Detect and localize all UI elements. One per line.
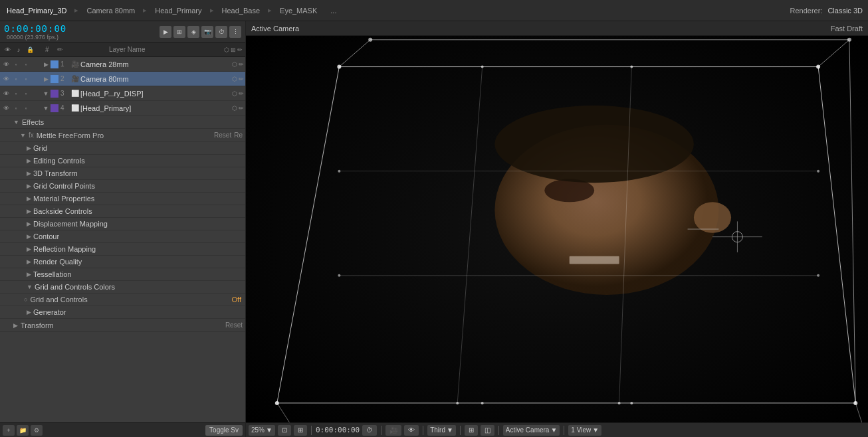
- tab-eye-mask[interactable]: Eye_MASK: [273, 7, 324, 15]
- lock-4[interactable]: ◦: [21, 104, 31, 113]
- effect-item-tessellation[interactable]: ▶ Tessellation: [0, 268, 245, 281]
- effect-arrow-gridcp[interactable]: ▶: [27, 183, 31, 189]
- header-eye-icon: 👁: [3, 45, 12, 54]
- layer-1-controls: 👁 ◦ ◦: [1, 60, 41, 69]
- eye-icon-btn[interactable]: 👁: [404, 425, 419, 436]
- layer-expand-1[interactable]: ▶: [41, 61, 51, 68]
- solo-4[interactable]: ◦: [11, 104, 21, 113]
- more-tabs-indicator[interactable]: ...: [324, 7, 343, 15]
- grid-btn[interactable]: ⊞: [465, 425, 478, 436]
- transform-reset-btn[interactable]: Reset: [225, 321, 245, 329]
- effect-item-reflection[interactable]: ▶ Reflection Mapping: [0, 243, 245, 256]
- layer-row[interactable]: 👁 ◦ ◦ ▶ 2 🎥 Camera 80mm ⬡ ✏: [0, 72, 245, 86]
- effect-item-gridcp[interactable]: ▶ Grid Control Points: [0, 180, 245, 193]
- layer-expand-3[interactable]: ▼: [41, 90, 51, 97]
- lock-1[interactable]: ◦: [21, 60, 31, 69]
- tab-head-base[interactable]: Head_Base: [215, 7, 267, 15]
- icon-film[interactable]: ▶: [160, 26, 171, 38]
- lock-2[interactable]: ◦: [21, 74, 31, 84]
- timecode-btn[interactable]: ⏱: [362, 425, 377, 436]
- effect-arrow-gen[interactable]: ▶: [27, 309, 31, 315]
- effect-arrow-editing[interactable]: ▶: [27, 157, 31, 164]
- bottom-icon-settings[interactable]: ⚙: [31, 425, 43, 436]
- camera-dropdown[interactable]: Active Camera ▼: [503, 425, 560, 436]
- effect-arrow-disp[interactable]: ▶: [27, 220, 31, 227]
- plugin-reset-btn[interactable]: Reset: [214, 131, 234, 139]
- icon-solo[interactable]: ◈: [187, 26, 199, 38]
- icon-clock[interactable]: ⏱: [215, 26, 227, 38]
- eye-toggle-2[interactable]: 👁: [1, 74, 11, 84]
- toggle-sv-btn[interactable]: Toggle Sv: [205, 425, 243, 436]
- col-switch-icon: ⊞: [231, 46, 236, 53]
- plugin-re-btn[interactable]: Re: [234, 131, 245, 139]
- transform-expand-arrow[interactable]: ▶: [13, 322, 18, 329]
- layer-expand-2[interactable]: ▶: [41, 76, 51, 82]
- eye-toggle-3[interactable]: 👁: [1, 89, 11, 98]
- layer-row[interactable]: 👁 ◦ ◦ ▼ 3 ⬜ [Head_P...ry_DISP] ⬡ ✏: [0, 86, 245, 101]
- sub-value-gridctrl: Off: [232, 296, 245, 304]
- svg-rect-4: [570, 256, 619, 264]
- tab-head-primary[interactable]: Head_Primary: [148, 7, 208, 15]
- effect-item-renderqual[interactable]: ▶ Render Quality: [0, 256, 245, 268]
- effect-item-3dtransform[interactable]: ▶ 3D Transform: [0, 167, 245, 180]
- effect-arrow-tess[interactable]: ▶: [27, 271, 31, 278]
- effect-arrow-backside[interactable]: ▶: [27, 208, 31, 215]
- transform-row[interactable]: ▶ Transform Reset: [0, 319, 245, 332]
- effect-item-gridcolors[interactable]: ▼ Grid and Controls Colors: [0, 281, 245, 294]
- snap-btn[interactable]: ⊞: [294, 425, 307, 436]
- camera-chevron: ▼: [550, 426, 557, 434]
- svg-point-31: [481, 402, 484, 404]
- icon-graph[interactable]: ⋮: [229, 26, 241, 38]
- icon-comp[interactable]: ⊞: [173, 26, 185, 38]
- effect-item-editing[interactable]: ▶ Editing Controls: [0, 155, 245, 167]
- layer-row[interactable]: 👁 ◦ ◦ ▼ 4 ⬜ [Head_Primary] ⬡ ✏: [0, 101, 245, 116]
- bottom-icon-new[interactable]: +: [3, 425, 15, 436]
- layer-row[interactable]: 👁 ◦ ◦ ▶ 1 🎥 Camera 28mm ⬡ ✏: [0, 57, 245, 72]
- fit-btn[interactable]: ⊡: [278, 425, 291, 436]
- solo-3[interactable]: ◦: [11, 89, 21, 98]
- effect-item-backside[interactable]: ▶ Backside Controls: [0, 205, 245, 218]
- cam-icon-btn[interactable]: 🎥: [385, 425, 401, 436]
- effect-item-generator[interactable]: ▶ Generator: [0, 306, 245, 319]
- tab-head-primary-3d[interactable]: Head_Primary_3D: [0, 7, 73, 15]
- effects-expand-arrow[interactable]: ▼: [13, 119, 19, 126]
- svg-point-6: [694, 202, 731, 233]
- effect-arrow-renderqual[interactable]: ▶: [27, 258, 31, 265]
- effect-arrow-matprop[interactable]: ▶: [27, 195, 31, 202]
- solo-2[interactable]: ◦: [11, 74, 21, 84]
- icon-camera[interactable]: 📷: [201, 26, 213, 38]
- bottom-icon-folder[interactable]: 📁: [17, 425, 29, 436]
- effect-item-matprop[interactable]: ▶ Material Properties: [0, 193, 245, 205]
- effect-name-disp: Displacement Mapping: [33, 220, 245, 228]
- zoom-dropdown[interactable]: 25% ▼: [249, 425, 275, 436]
- vp-sep-5: [498, 426, 499, 435]
- pen-icon-4: ✏: [239, 105, 244, 112]
- link-icon-1: ⬡: [232, 61, 237, 68]
- effect-arrow-reflection[interactable]: ▶: [27, 246, 31, 252]
- third-chevron: ▼: [447, 426, 453, 434]
- effect-arrow-3dt[interactable]: ▶: [27, 170, 31, 177]
- effect-arrow-gridcolors[interactable]: ▼: [27, 284, 33, 290]
- effect-arrow-contour[interactable]: ▶: [27, 233, 31, 240]
- solo-1[interactable]: ◦: [11, 60, 21, 69]
- lock-3[interactable]: ◦: [21, 89, 31, 98]
- effect-subitem-gridctrl[interactable]: ○ Grid and Controls Off: [0, 294, 245, 306]
- plugin-row[interactable]: ▼ fx Mettle FreeForm Pro Reset Re: [0, 129, 245, 142]
- effect-arrow-grid[interactable]: ▶: [27, 145, 31, 151]
- viewport-canvas[interactable]: [246, 36, 868, 422]
- svg-point-28: [817, 170, 819, 173]
- overlay-btn[interactable]: ◫: [481, 425, 494, 436]
- effect-item-displacement[interactable]: ▶ Displacement Mapping: [0, 218, 245, 230]
- view-dropdown[interactable]: 1 View ▼: [568, 425, 601, 436]
- layer-num-4: 4: [60, 104, 71, 112]
- effects-section: ▼ Effects ▼ fx Mettle FreeForm Pro Reset…: [0, 116, 245, 332]
- third-dropdown[interactable]: Third ▼: [427, 425, 456, 436]
- tab-camera-80mm[interactable]: Camera 80mm: [80, 7, 142, 15]
- layer-expand-4[interactable]: ▼: [41, 105, 51, 112]
- viewport-bottom-bar: 25% ▼ ⊡ ⊞ 0:00:00:00 ⏱ 🎥 👁 Third ▼ ⊞ ◫ A…: [246, 422, 868, 437]
- eye-toggle-1[interactable]: 👁: [1, 60, 11, 69]
- plugin-expand-arrow[interactable]: ▼: [20, 132, 26, 139]
- effect-item-grid[interactable]: ▶ Grid: [0, 142, 245, 155]
- eye-toggle-4[interactable]: 👁: [1, 104, 11, 113]
- effect-item-contour[interactable]: ▶ Contour: [0, 230, 245, 243]
